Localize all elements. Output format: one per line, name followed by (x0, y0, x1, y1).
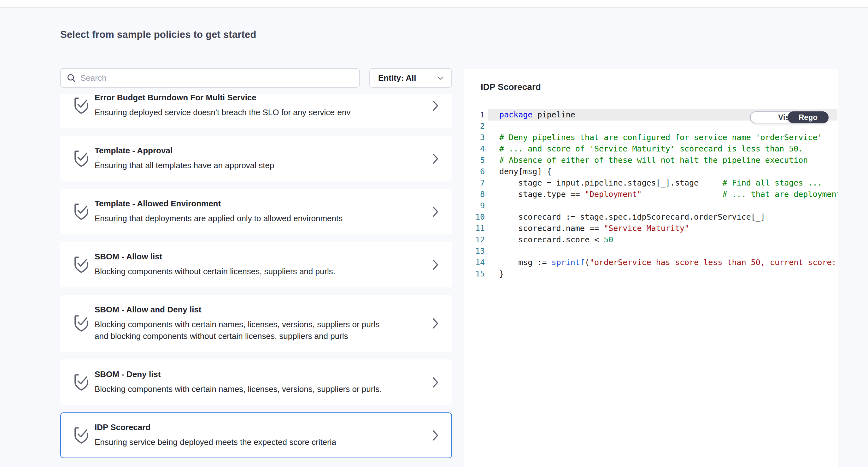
toggle-rego-option[interactable]: Rego (787, 111, 829, 123)
policy-card-text: Template - Allowed Environment Ensuring … (95, 199, 343, 224)
search-box[interactable] (60, 68, 360, 88)
code-text (485, 245, 499, 257)
policy-card[interactable]: SBOM - Deny list Blocking components wit… (60, 359, 452, 405)
policy-card-text: IDP Scorecard Ensuring service being dep… (95, 422, 336, 448)
policy-card[interactable]: IDP Scorecard Ensuring service being dep… (60, 412, 452, 458)
code-text: stage = input.pipeline.stages[_].stage #… (485, 177, 822, 189)
shield-check-icon (72, 96, 90, 116)
policy-card[interactable]: SBOM - Allow and Deny list Blocking comp… (60, 295, 452, 352)
code-line: 4# ... and score of 'Service Maturity' s… (464, 143, 838, 155)
detail-header: IDP Scorecard (464, 69, 838, 105)
policy-card-title: SBOM - Deny list (95, 370, 382, 379)
policy-card[interactable]: SBOM - Allow list Blocking components wi… (60, 242, 452, 288)
line-number: 3 (464, 132, 485, 143)
policy-card-title: Error Budget Burndown For Multi Service (95, 94, 350, 103)
chevron-right-icon (432, 100, 439, 111)
line-number: 10 (464, 211, 485, 223)
line-number: 9 (464, 200, 485, 211)
line-number: 6 (464, 166, 485, 177)
shield-check-icon (72, 149, 90, 169)
chevron-right-icon (432, 206, 439, 217)
policy-card-description: Ensuring that all templates have an appr… (95, 160, 274, 171)
code-line: 15} (464, 268, 838, 280)
shield-check-icon (72, 314, 90, 333)
policy-card-text: Template - Approval Ensuring that all te… (95, 146, 274, 171)
code-text: # ... and score of 'Service Maturity' sc… (485, 143, 803, 155)
code-text: } (485, 268, 504, 280)
policy-card-title: Template - Allowed Environment (95, 199, 343, 209)
code-line: 6deny[msg] { (464, 166, 838, 177)
policy-card-description: Ensuring deployed service doesn't breach… (95, 107, 350, 118)
policy-card-text: SBOM - Allow list Blocking components wi… (95, 252, 335, 278)
code-line: 12 scorecard.score < 50 (464, 234, 838, 245)
code-line: 11 scorecard.name == "Service Maturity" (464, 223, 838, 234)
policy-card-description: Ensuring that deployments are applied on… (95, 213, 343, 224)
policy-card-title: SBOM - Allow and Deny list (95, 305, 385, 315)
search-input[interactable] (81, 73, 345, 83)
code-line: 13 (464, 245, 838, 257)
code-line: 10 scorecard := stage.spec.idpScorecard.… (464, 211, 838, 223)
line-number: 11 (464, 223, 485, 234)
entity-filter-label: Entity: All (378, 73, 416, 83)
search-icon (67, 73, 76, 83)
code-line: 8 stage.type == "Deployment" # ... that … (464, 189, 838, 200)
code-line: 5# Absence of either of these will not h… (464, 155, 838, 166)
code-text: msg := sprintf("orderService has score l… (485, 257, 838, 268)
line-number: 5 (464, 155, 485, 166)
shield-check-icon (72, 426, 90, 445)
code-text (485, 200, 499, 211)
entity-filter-dropdown[interactable]: Entity: All (369, 68, 452, 88)
code-line: 14 msg := sprintf("orderService has scor… (464, 257, 838, 268)
code-line: 3# Deny pipelines that are configured fo… (464, 132, 838, 143)
chevron-right-icon (432, 259, 439, 270)
code-text: package pipeline (485, 109, 575, 120)
policy-card[interactable]: Template - Approval Ensuring that all te… (60, 136, 452, 181)
code-line: 9 (464, 200, 838, 211)
line-number: 14 (464, 257, 485, 268)
policy-card[interactable]: Template - Allowed Environment Ensuring … (60, 189, 452, 234)
line-number: 12 (464, 234, 485, 245)
code-text: scorecard.name == "Service Maturity" (485, 223, 689, 234)
code-text: deny[msg] { (485, 166, 552, 177)
line-number: 2 (464, 120, 485, 132)
policy-card-description: Ensuring service being deployed meets th… (95, 436, 336, 448)
code-text: scorecard.score < 50 (485, 234, 613, 245)
shield-check-icon (72, 255, 90, 274)
chevron-right-icon (432, 318, 439, 329)
page-title: Select from sample policies to get start… (60, 29, 256, 40)
policy-card-description: Blocking components with certain names, … (95, 319, 385, 342)
policy-list: Error Budget Burndown For Multi Service … (60, 94, 452, 467)
line-number: 8 (464, 189, 485, 200)
policy-card-text: Error Budget Burndown For Multi Service … (95, 94, 350, 118)
code-line: 7 stage = input.pipeline.stages[_].stage… (464, 177, 838, 189)
line-number: 15 (464, 268, 485, 280)
line-number: 4 (464, 143, 485, 155)
policy-card-title: SBOM - Allow list (95, 252, 335, 262)
policy-card-description: Blocking components without certain lice… (95, 266, 335, 278)
code-text (485, 120, 499, 132)
policy-card-title: IDP Scorecard (95, 422, 336, 432)
policy-card-description: Blocking components with certain names, … (95, 383, 382, 395)
policy-card[interactable]: Error Budget Burndown For Multi Service … (60, 94, 452, 128)
chevron-right-icon (432, 153, 439, 164)
policy-card-title: Template - Approval (95, 146, 274, 155)
chevron-down-icon (436, 74, 444, 82)
shield-check-icon (72, 373, 90, 392)
policy-detail-panel: IDP Scorecard Visual Rego 1package pipel… (464, 69, 838, 467)
code-text: # Absence of either of these will not ha… (485, 155, 808, 166)
chevron-right-icon (432, 430, 439, 441)
code-text: scorecard := stage.spec.idpScorecard.ord… (485, 211, 765, 223)
line-number: 1 (464, 109, 485, 120)
line-number: 13 (464, 245, 485, 257)
visual-rego-toggle[interactable]: Visual Rego (750, 111, 829, 123)
code-text: # Deny pipelines that are configured for… (485, 132, 822, 143)
detail-title: IDP Scorecard (481, 82, 541, 92)
code-text: stage.type == "Deployment" # ... that ar… (485, 189, 838, 200)
top-bar (0, 0, 868, 7)
line-number: 7 (464, 177, 485, 189)
code-editor[interactable]: 1package pipeline23# Deny pipelines that… (464, 105, 838, 467)
shield-check-icon (72, 202, 90, 222)
policy-card-text: SBOM - Deny list Blocking components wit… (95, 370, 382, 395)
chevron-right-icon (432, 377, 439, 388)
policy-card-text: SBOM - Allow and Deny list Blocking comp… (95, 305, 385, 342)
